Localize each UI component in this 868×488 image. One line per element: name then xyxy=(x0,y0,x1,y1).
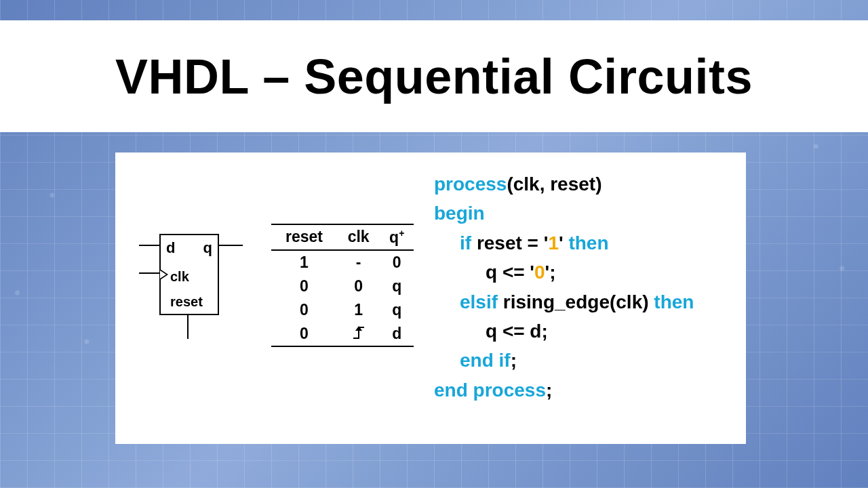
col-qplus: q+ xyxy=(380,224,414,250)
cell-q: 0 xyxy=(380,250,414,274)
lit-zero: 0 xyxy=(534,262,545,283)
endprocess-semi: ; xyxy=(546,380,552,401)
kw-then-2: then xyxy=(654,291,694,312)
kw-then-1: then xyxy=(568,232,608,253)
assign-q-pre: q <= ' xyxy=(486,262,534,283)
cond-reset-post: ' xyxy=(559,232,568,253)
lit-one: 1 xyxy=(548,232,559,253)
table-row: 0d xyxy=(271,322,414,346)
port-clk: clk xyxy=(170,269,189,285)
qplus-base: q xyxy=(389,228,399,246)
page-title: VHDL – Sequential Circuits xyxy=(115,49,753,104)
truth-table: reset clk q+ 1-000q01q0d xyxy=(271,224,414,430)
cell-q: q xyxy=(380,274,414,298)
table-row: 1-0 xyxy=(271,250,414,274)
cell-reset: 0 xyxy=(271,274,337,298)
title-card: VHDL – Sequential Circuits xyxy=(0,20,868,132)
cell-q: q xyxy=(380,298,414,322)
wire-q xyxy=(219,245,243,246)
kw-elsif: elsif xyxy=(460,291,498,312)
vhdl-code: process(clk, reset) begin if reset = '1'… xyxy=(434,166,726,430)
cell-q: d xyxy=(380,322,414,346)
rising-edge-icon xyxy=(353,327,364,339)
port-reset: reset xyxy=(170,294,203,310)
flipflop-schematic: d q clk reset xyxy=(136,227,251,430)
cell-clk xyxy=(337,322,380,346)
qplus-sup: + xyxy=(399,228,404,239)
cell-reset: 0 xyxy=(271,298,337,322)
cell-reset: 1 xyxy=(271,250,337,274)
wire-clk xyxy=(139,272,159,274)
endif-semi: ; xyxy=(511,350,517,371)
kw-if: if xyxy=(460,232,471,253)
cell-clk: - xyxy=(337,250,380,274)
cond-reset-pre: reset = ' xyxy=(471,232,548,253)
wire-reset xyxy=(187,315,189,339)
kw-endif: end if xyxy=(460,350,511,371)
cell-clk: 0 xyxy=(337,274,380,298)
col-reset: reset xyxy=(271,224,337,250)
kw-begin: begin xyxy=(434,203,485,224)
wire-d xyxy=(139,245,159,246)
cell-clk: 1 xyxy=(337,298,380,322)
clk-edge-icon xyxy=(160,269,168,280)
cell-reset: 0 xyxy=(271,322,337,346)
content-card: d q clk reset reset clk q+ 1-000q01q0d p… xyxy=(115,152,746,444)
port-q: q xyxy=(203,239,212,257)
col-clk: clk xyxy=(337,224,380,250)
flipflop-box: d q clk reset xyxy=(159,234,219,315)
table-header-row: reset clk q+ xyxy=(271,224,414,250)
kw-process: process xyxy=(434,174,507,195)
truth-table-body: 1-000q01q0d xyxy=(271,250,414,346)
port-d: d xyxy=(166,239,175,257)
sensitivity-list: (clk, reset) xyxy=(507,174,601,195)
cond-rising: rising_edge(clk) xyxy=(498,291,654,312)
assign-q-post: '; xyxy=(545,262,556,283)
kw-endprocess: end process xyxy=(434,380,546,401)
table-row: 01q xyxy=(271,298,414,322)
assign-q-d: q <= d; xyxy=(486,321,548,342)
table-row: 00q xyxy=(271,274,414,298)
